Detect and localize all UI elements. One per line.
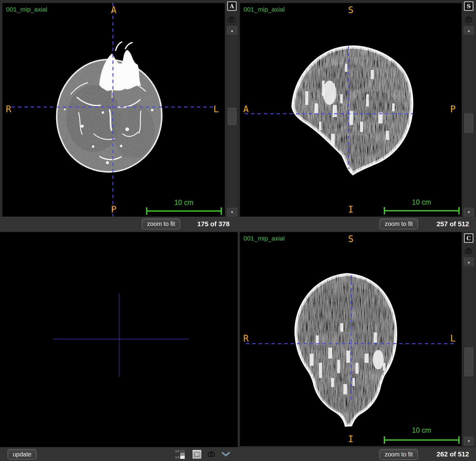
sagittal-scrollbar-strip: S ▲ ▼ xyxy=(462,0,476,217)
coronal-plane-button[interactable]: C xyxy=(464,234,473,243)
axial-slice-counter: 175 of 378 xyxy=(197,217,229,231)
scroll-down-button[interactable]: ▼ xyxy=(464,437,474,445)
coronal-scrollbar-strip: C ▲ ▼ xyxy=(462,232,476,447)
mpr-empty-viewport[interactable] xyxy=(0,232,238,447)
series-title: 001_mip_axial xyxy=(243,235,285,242)
camera-icon[interactable] xyxy=(208,451,215,457)
orientation-label-inferior: I xyxy=(348,205,353,214)
orientation-label-left: L xyxy=(213,105,219,114)
update-button[interactable]: update xyxy=(8,449,37,459)
sagittal-slice-counter: 257 of 512 xyxy=(437,217,469,231)
orientation-label-posterior: P xyxy=(450,105,456,114)
threed-button[interactable]: 3D xyxy=(192,450,201,459)
coronal-slice-counter: 262 of 512 xyxy=(437,447,469,461)
opacity-high-label: 2.0 xyxy=(175,450,179,453)
mpr-crosshair[interactable] xyxy=(0,232,238,447)
zoom-to-fit-button[interactable]: zoom to fit xyxy=(380,219,418,229)
down-arrow-icon: ▼ xyxy=(230,210,234,214)
bottom-status-bar: update 2.0 1.0 3D zoom to fit 262 of 512 xyxy=(0,447,476,461)
zoom-to-fit-button[interactable]: zoom to fit xyxy=(142,219,180,229)
scrollbar-thumb[interactable] xyxy=(228,108,236,125)
sagittal-mip-image xyxy=(240,3,462,217)
scroll-up-button[interactable]: ▲ xyxy=(227,26,237,35)
zoom-to-fit-button[interactable]: zoom to fit xyxy=(380,449,418,460)
orientation-label-anterior: A xyxy=(111,5,116,15)
scrollbar-thumb[interactable] xyxy=(464,348,473,376)
up-arrow-icon: ▲ xyxy=(230,29,234,33)
scrollbar-thumb[interactable] xyxy=(464,114,473,133)
opacity-low-label: 1.0 xyxy=(175,456,179,459)
orientation-label-superior: S xyxy=(348,234,353,244)
scroll-up-button[interactable]: ▲ xyxy=(464,26,474,35)
up-arrow-icon: ▲ xyxy=(467,260,471,264)
chevron-down-icon[interactable] xyxy=(222,452,230,457)
down-arrow-icon: ▼ xyxy=(467,439,471,443)
orientation-label-left: L xyxy=(450,334,456,343)
orientation-label-inferior: I xyxy=(348,435,353,444)
camera-icon[interactable] xyxy=(228,16,235,23)
axial-mip-image xyxy=(2,3,225,217)
series-title: 001_mip_axial xyxy=(6,6,47,13)
coronal-mip-image xyxy=(240,232,462,446)
orientation-label-posterior: P xyxy=(111,205,116,214)
scroll-up-button[interactable]: ▲ xyxy=(464,258,474,266)
camera-icon[interactable] xyxy=(465,248,472,254)
orientation-label-anterior: A xyxy=(243,105,249,114)
mpr-viewer-window: 10 cm 001_mip_axial A P R L A ▲ ▼ xyxy=(0,0,476,461)
series-title: 001_mip_axial xyxy=(243,6,285,13)
sagittal-plane-button[interactable]: S xyxy=(464,2,473,11)
orientation-label-right: R xyxy=(243,334,249,343)
opacity-gradient xyxy=(180,450,185,459)
axial-plane-button[interactable]: A xyxy=(227,2,236,11)
scroll-down-button[interactable]: ▼ xyxy=(227,208,237,217)
axial-viewport[interactable]: 10 cm 001_mip_axial A P R L xyxy=(2,3,225,217)
up-arrow-icon: ▲ xyxy=(467,29,471,33)
axial-scrollbar-strip: A ▲ ▼ xyxy=(225,0,240,217)
orientation-label-right: R xyxy=(6,105,11,114)
top-status-bar: zoom to fit 175 of 378 zoom to fit 257 o… xyxy=(0,217,476,231)
coronal-viewport[interactable]: 10 cm 001_mip_axial S I R L xyxy=(240,232,462,446)
sagittal-viewport[interactable]: 10 cm 001_mip_axial S I A P xyxy=(240,3,462,217)
orientation-label-superior: S xyxy=(348,5,353,15)
opacity-ramp-icon[interactable]: 2.0 1.0 xyxy=(175,450,185,459)
camera-icon[interactable] xyxy=(465,16,472,23)
down-arrow-icon: ▼ xyxy=(467,210,471,214)
threed-label: 3D xyxy=(194,452,200,457)
scroll-down-button[interactable]: ▼ xyxy=(464,208,474,217)
